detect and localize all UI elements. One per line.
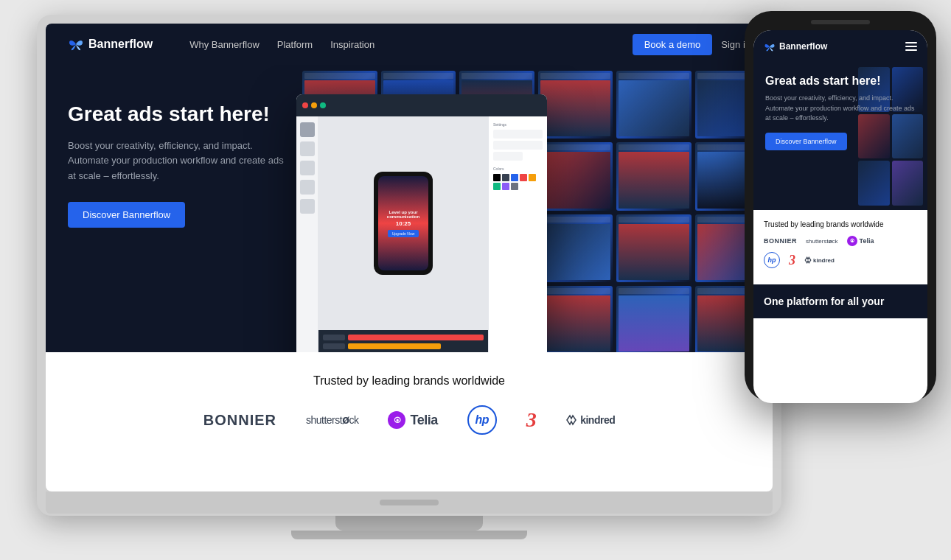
phone-bottom-title: One platform for all your <box>764 295 917 308</box>
swatch-lightgray[interactable] <box>511 183 518 190</box>
swatch-yellow[interactable] <box>529 174 536 181</box>
phone-logo: Bannerflow <box>764 41 827 52</box>
phone-hero-title: Great ads start here! <box>765 74 916 88</box>
close-dot <box>302 102 308 108</box>
laptop-bottom <box>46 491 773 514</box>
editor-canvas: Level up yourcommunication 10:25 Upgrade… <box>318 116 488 330</box>
hamburger-line-1 <box>905 42 917 43</box>
nav-why-bannerflow[interactable]: Why Bannerflow <box>189 39 259 50</box>
phone-discover-button[interactable]: Discover Bannerflow <box>765 133 847 150</box>
editor-right-panel: Settings Colors <box>488 116 547 352</box>
hero-section: Great ads start here! Boost your creativ… <box>46 65 773 352</box>
phone-trusted-title: Trusted by leading brands worldwide <box>764 220 917 228</box>
bg-ad-22 <box>538 286 613 352</box>
nav-inspiration[interactable]: Inspiration <box>330 39 375 50</box>
phone-bottom-banner: One platform for all your <box>753 284 927 318</box>
desktop-nav: Why Bannerflow Platform Inspiration <box>189 39 610 50</box>
phone-telia-icon: ⦿ <box>847 236 857 246</box>
phone-screen-text: Level up yourcommunication <box>387 210 419 219</box>
phone-notch <box>811 20 870 24</box>
phone-frame: Bannerflow Great ads start here! Boost y… <box>745 11 936 402</box>
laptop-frame: Bannerflow Why Bannerflow Platform Inspi… <box>37 15 781 553</box>
swatch-green[interactable] <box>493 183 501 190</box>
telia-text: Telia <box>410 413 437 428</box>
editor-canvas-area: Level up yourcommunication 10:25 Upgrade… <box>318 116 488 352</box>
bg-ad-11 <box>616 142 692 210</box>
bg-ad-17 <box>616 214 692 282</box>
editor-mockup: Level up yourcommunication 10:25 Upgrade… <box>296 94 547 352</box>
timeline-rows <box>323 335 484 352</box>
phone-brand-three: 3 <box>789 253 795 268</box>
brand-bonnier: BONNIER <box>203 412 276 429</box>
hamburger-line-3 <box>905 49 917 51</box>
book-demo-button[interactable]: Book a demo <box>633 34 713 55</box>
expand-dot <box>320 102 326 108</box>
laptop-base <box>291 531 527 539</box>
swatch-blue[interactable] <box>511 174 518 181</box>
tool-select[interactable] <box>300 122 315 137</box>
brand-telia: ⦿ Telia <box>388 411 437 429</box>
phone-screen: Level up yourcommunication 10:25 Upgrade… <box>378 176 428 270</box>
phone-hero-section: Great ads start here! Boost your creativ… <box>753 63 927 210</box>
color-swatches <box>493 174 543 190</box>
phone-telia-text: Telia <box>860 237 874 245</box>
phone-bg-card-6 <box>892 161 924 206</box>
laptop-stand <box>335 516 483 531</box>
tool-layer[interactable] <box>300 199 315 214</box>
logo-text: Bannerflow <box>88 38 153 51</box>
trusted-section: Trusted by leading brands worldwide BONN… <box>46 352 773 457</box>
phone-time: 10:25 <box>396 220 411 227</box>
phone-brand-kindred: kindred <box>804 256 835 264</box>
trusted-title: Trusted by leading brands worldwide <box>68 374 750 388</box>
discover-bannerflow-button[interactable]: Discover Bannerflow <box>68 202 185 228</box>
swatch-gray[interactable] <box>502 174 509 181</box>
nav-actions: Book a demo Sign in <box>633 34 750 55</box>
editor-body: Level up yourcommunication 10:25 Upgrade… <box>296 116 547 352</box>
phone-brand-bonnier: BONNIER <box>764 237 797 245</box>
phone-brand-hp: hp <box>764 252 780 268</box>
phone-brand-shutterstock: shutterstøck <box>806 238 838 245</box>
editor-tools-panel <box>296 116 318 352</box>
panel-row-1 <box>493 130 543 139</box>
bg-ad-10 <box>538 142 613 210</box>
brand-shutterstock: shutterstøck <box>306 413 358 427</box>
timeline-area <box>318 330 488 352</box>
hamburger-line-2 <box>905 46 917 47</box>
laptop-notch <box>380 500 439 505</box>
phone-hero-subtitle: Boost your creativity, efficiency, and i… <box>765 94 916 124</box>
bg-ad-5 <box>616 71 692 139</box>
minimize-dot <box>311 102 317 108</box>
phone-brands-row-2: hp 3 kindred <box>764 252 917 268</box>
brand-kindred: kindred <box>565 414 615 426</box>
tool-text[interactable] <box>300 141 315 156</box>
brand-three: 3 <box>526 408 537 432</box>
tool-image[interactable] <box>300 180 315 195</box>
phone-butterfly-icon <box>764 42 776 52</box>
phone-content: Bannerflow Great ads start here! Boost y… <box>753 30 927 403</box>
telia-icon: ⦿ <box>388 411 405 429</box>
swatch-black[interactable] <box>493 174 501 181</box>
phone-trusted-section: Trusted by leading brands worldwide BONN… <box>753 210 927 284</box>
timeline-row-2 <box>323 343 484 349</box>
desktop-logo: Bannerflow <box>68 38 153 51</box>
nav-platform[interactable]: Platform <box>277 39 313 50</box>
bg-ad-23 <box>616 286 692 352</box>
timeline-bar-2 <box>348 343 441 349</box>
panel-row-2 <box>493 141 543 150</box>
swatch-purple[interactable] <box>502 183 509 190</box>
timeline-label-2 <box>323 343 345 349</box>
swatch-red[interactable] <box>520 174 527 181</box>
timeline-row-1 <box>323 335 484 340</box>
panel-row-3 <box>493 152 523 161</box>
editor-toolbar <box>296 94 547 116</box>
phone-in-editor: Level up yourcommunication 10:25 Upgrade… <box>374 172 433 275</box>
upgrade-btn-mini: Upgrade Now <box>388 230 419 237</box>
tool-shape[interactable] <box>300 161 315 175</box>
phone-kindred-text: kindred <box>813 257 835 264</box>
laptop-screen: Bannerflow Why Bannerflow Platform Inspi… <box>46 24 773 491</box>
hamburger-menu-icon[interactable] <box>905 42 917 51</box>
hero-subtitle: Boost your creativity, efficiency, and i… <box>68 139 289 184</box>
timeline-label-1 <box>323 335 345 340</box>
phone-logo-text: Bannerflow <box>779 41 827 52</box>
phone-brands-row-1: BONNIER shutterstøck ⦿ Telia <box>764 236 917 246</box>
